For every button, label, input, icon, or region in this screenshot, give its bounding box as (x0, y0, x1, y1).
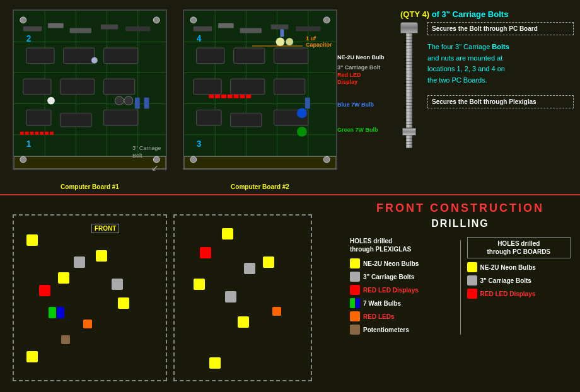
drill-dot2-bolt-2 (244, 263, 255, 274)
callout-blue: Blue 7W Bulb (337, 98, 374, 109)
bolt-visual (400, 22, 418, 148)
svg-point-31 (20, 17, 26, 23)
svg-rect-19 (104, 79, 135, 95)
label-red-plex: RED LED Displays (363, 287, 419, 294)
front-construction-title: FRONT CONSTRUCTION (350, 202, 571, 215)
swatch-red-pc (467, 289, 477, 299)
bolt-diagram-container: Secures the Bolt through PC Board The fo… (400, 22, 574, 148)
bolt-title: (QTY 4) of 3" Carriage Bolts (400, 9, 574, 19)
svg-point-42 (124, 96, 133, 105)
svg-point-80 (276, 37, 285, 46)
svg-rect-62 (274, 79, 305, 95)
svg-rect-73 (184, 156, 336, 169)
drill-dot2-neon-1 (222, 228, 233, 239)
drill-dot-neon-3 (58, 272, 69, 284)
drill-board-1 (13, 214, 167, 381)
svg-text:2: 2 (26, 34, 32, 43)
drill-dot-orange-1 (83, 320, 92, 328)
label-red-pc: RED LED Displays (480, 291, 536, 297)
drilling-title: DRILLING (350, 218, 571, 229)
bolt-qty: (QTY 4) (400, 9, 429, 19)
drill-dot-neon-4 (118, 297, 129, 309)
svg-rect-40 (144, 98, 149, 109)
swatch-7w-plex (350, 298, 360, 308)
svg-rect-61 (231, 79, 265, 95)
callout-carriage: 3" Carriage Bolt (337, 61, 380, 72)
svg-point-38 (91, 57, 98, 64)
svg-rect-28 (45, 132, 49, 135)
carriage-bolt-label: 3" CarriageBolt (132, 145, 161, 159)
drill-dot-neon-5 (26, 351, 38, 362)
drill-dot2-neon-3 (194, 279, 205, 290)
legend-item-neon-plex: NE-2U Neon Bulbs (350, 258, 454, 268)
svg-rect-13 (125, 26, 150, 32)
svg-rect-67 (215, 95, 220, 98)
legend-item-red-plex: RED LED Displays (350, 285, 454, 295)
bolt-tail (406, 135, 412, 148)
callout-blue-text: Blue 7W Bulb (337, 101, 374, 108)
legend-pcboards-title: HOLES drilledthrough PC BOARDS (467, 237, 571, 258)
svg-rect-64 (231, 113, 262, 127)
svg-point-76 (190, 156, 197, 163)
svg-rect-82 (280, 30, 284, 37)
label-7w-plex: 7 Watt Bulbs (363, 300, 401, 307)
svg-rect-85 (305, 98, 310, 109)
drill-dot-red-1 (39, 285, 50, 296)
board2-caption: Computer Board #2 (231, 183, 289, 190)
callout-neon-text: NE-2U Neon Bulb (337, 54, 385, 61)
svg-rect-9 (23, 26, 42, 32)
legend-item-neon-pc: NE-2U Neon Bulbs (467, 262, 571, 272)
svg-point-37 (47, 97, 55, 105)
svg-point-81 (286, 38, 293, 45)
drilling-diagrams: FRONT (0, 195, 340, 392)
drill-dot-bolt-1 (74, 257, 85, 268)
legend-tables: HOLES drilledthrough PLEXIGLAS NE-2U Neo… (350, 237, 571, 338)
svg-rect-11 (70, 28, 91, 33)
swatch-red-plex (350, 285, 360, 295)
drill-board-2 (173, 214, 312, 381)
legend-item-bolt-pc: 3" Carriage Bolts (467, 275, 571, 285)
label-bolt-pc: 3" Carriage Bolts (480, 277, 531, 284)
legend-col-plexiglas: HOLES drilledthrough PLEXIGLAS NE-2U Neo… (350, 237, 454, 338)
svg-rect-20 (26, 110, 51, 125)
drill-dot2-neon-2 (263, 257, 274, 268)
svg-rect-71 (240, 95, 245, 98)
svg-point-32 (153, 17, 160, 23)
svg-rect-25 (30, 132, 34, 135)
callout-redled-text: Red LEDDisplay (337, 72, 361, 86)
svg-rect-60 (194, 79, 221, 95)
svg-rect-22 (104, 110, 138, 125)
svg-text:3: 3 (197, 139, 202, 149)
swatch-neon-pc (467, 262, 477, 272)
drill-dot2-bolt-1 (225, 291, 236, 303)
svg-point-77 (323, 156, 330, 163)
bolt-threads (406, 33, 412, 128)
drill-dot-bolt-2 (112, 279, 123, 290)
svg-rect-57 (197, 48, 224, 64)
svg-rect-17 (23, 79, 51, 95)
label-bolt-plex: 3" Carriage Bolts (363, 274, 414, 280)
bottom-section: FRONT (0, 195, 580, 392)
legend-item-bolt-plex: 3" Carriage Bolts (350, 272, 454, 282)
svg-point-84 (297, 127, 307, 137)
callout-green-text: Green 7W Bulb (337, 127, 378, 133)
svg-rect-12 (101, 25, 119, 30)
secures-bottom-label: Secures the Bolt through Plexiglas (427, 95, 574, 108)
label-neon-plex: NE-2U Neon Bulbs (363, 260, 419, 267)
legend-divider (460, 240, 461, 335)
svg-rect-26 (35, 132, 38, 135)
svg-text:4: 4 (197, 34, 202, 43)
board2-svg: 4 3 (184, 11, 336, 169)
svg-point-75 (323, 17, 330, 23)
board2-container: 4 3 Computer Board #2 (183, 9, 337, 176)
bolt-desc: The four 3" Carriage Bolts and nuts are … (427, 42, 574, 86)
svg-rect-70 (234, 95, 239, 98)
board1-caption: Computer Board #1 (61, 183, 119, 190)
label-orangeled-plex: RED LEDs (363, 313, 394, 320)
svg-rect-18 (61, 79, 95, 95)
svg-rect-21 (61, 113, 91, 127)
bolt-shaft (406, 33, 412, 128)
svg-rect-54 (240, 28, 262, 33)
svg-rect-10 (48, 23, 64, 28)
svg-rect-24 (25, 132, 29, 135)
